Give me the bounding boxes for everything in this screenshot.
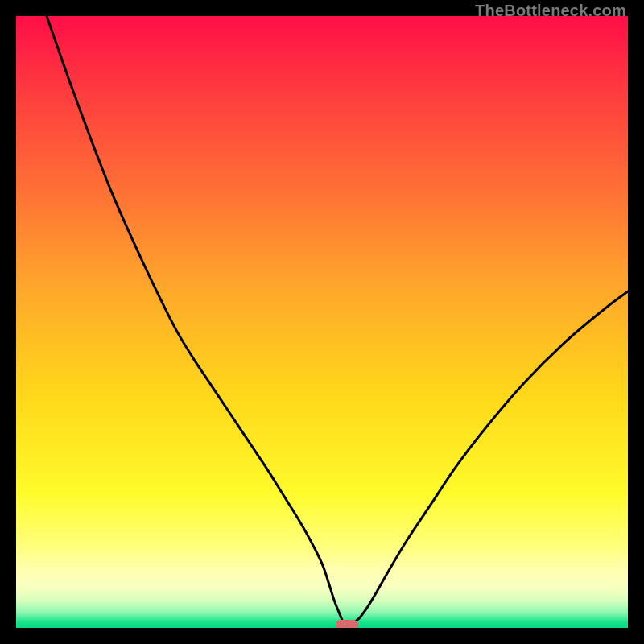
bottleneck-curve xyxy=(47,16,628,625)
curve-layer xyxy=(16,16,628,628)
chart-stage: TheBottleneck.com xyxy=(0,0,644,644)
minimum-marker xyxy=(336,620,358,628)
plot-area xyxy=(16,16,628,628)
